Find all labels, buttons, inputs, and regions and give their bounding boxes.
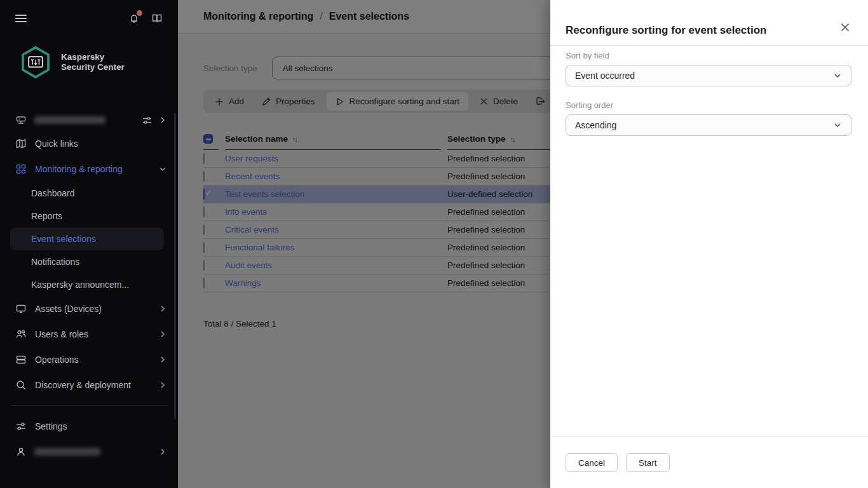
sidebar-item-label: Monitoring & reporting (35, 164, 123, 174)
monitoring-submenu: Dashboard Reports Event selections Notif… (0, 182, 178, 296)
drawer-divider (550, 45, 868, 46)
chevron-right-icon (159, 381, 166, 389)
chevron-right-icon (159, 356, 166, 363)
server-settings-sliders-icon[interactable] (142, 115, 153, 126)
chevron-right-icon[interactable] (159, 116, 166, 124)
sidebar-item-users-roles[interactable]: Users & roles (0, 322, 178, 347)
sorting-order-label: Sorting order (566, 100, 851, 110)
sidebar-item-label: Discovery & deployment (35, 380, 131, 390)
server-name-redacted (34, 116, 105, 124)
sidebar-subitem-kaspersky-announcements[interactable]: Kaspersky announcem... (10, 273, 164, 296)
notifications-bell-icon[interactable] (128, 13, 140, 24)
server-selector[interactable] (0, 109, 178, 131)
drawer-title: Reconfigure sorting for event selection (566, 24, 851, 37)
sort-by-field-label: Sort by field (566, 51, 851, 60)
hamburger-menu-icon[interactable] (15, 13, 27, 24)
sort-by-field-select[interactable]: Event occurred (566, 65, 851, 86)
sidebar-subitem-dashboard[interactable]: Dashboard (10, 182, 164, 205)
chevron-down-icon (833, 71, 842, 80)
sidebar-subitem-reports[interactable]: Reports (10, 205, 164, 227)
settings-sliders-icon (15, 421, 27, 432)
start-button[interactable]: Start (626, 453, 670, 472)
sidebar-item-user-account[interactable] (0, 439, 178, 464)
sidebar-item-label: Quick links (35, 139, 78, 149)
users-icon (15, 329, 27, 340)
chevron-right-icon (159, 305, 166, 313)
monitor-icon (15, 303, 27, 315)
sidebar-item-operations[interactable]: Operations (0, 347, 178, 372)
stack-icon (15, 354, 27, 365)
chevron-down-icon (159, 165, 166, 173)
app-title: Kaspersky Security Center (61, 52, 125, 72)
sidebar-subitem-notifications[interactable]: Notifications (10, 250, 164, 273)
sidebar-item-quick-links[interactable]: Quick links (0, 131, 178, 156)
cancel-button[interactable]: Cancel (566, 453, 618, 472)
sorting-order-select[interactable]: Ascending (566, 114, 851, 136)
kaspersky-hexagon-icon (19, 46, 52, 79)
sidebar-item-label: Settings (35, 421, 67, 431)
app-logo: Kaspersky Security Center (0, 24, 178, 79)
username-redacted (34, 448, 100, 456)
modal-dim-overlay[interactable] (178, 0, 550, 488)
sort-by-field-value: Event occurred (575, 71, 635, 81)
chevron-right-icon (159, 448, 166, 456)
sidebar-item-discovery-deployment[interactable]: Discovery & deployment (0, 372, 178, 398)
chevron-down-icon (833, 121, 842, 130)
help-book-icon[interactable] (151, 13, 163, 24)
sidebar-scrollbar[interactable] (174, 112, 176, 419)
person-icon (15, 446, 27, 458)
server-icon (15, 114, 27, 126)
sidebar-item-assets[interactable]: Assets (Devices) (0, 296, 178, 322)
notification-badge (137, 10, 142, 16)
sidebar: Kaspersky Security Center (0, 0, 178, 488)
sidebar-nav: Quick links Monitoring & reporting Dashb… (0, 131, 178, 464)
sidebar-item-label: Users & roles (35, 329, 88, 339)
sorting-order-value: Ascending (575, 120, 616, 130)
sidebar-subitem-event-selections[interactable]: Event selections (10, 227, 164, 250)
sidebar-divider (10, 405, 168, 406)
sidebar-item-monitoring-reporting[interactable]: Monitoring & reporting (0, 156, 178, 182)
search-icon (15, 379, 27, 391)
reconfigure-sorting-drawer: Reconfigure sorting for event selection … (550, 0, 868, 488)
sidebar-item-settings[interactable]: Settings (0, 414, 178, 439)
dashboard-grid-icon (15, 163, 27, 175)
sidebar-item-label: Assets (Devices) (35, 304, 102, 314)
close-icon[interactable] (839, 21, 851, 34)
sidebar-item-label: Operations (35, 355, 78, 365)
chevron-right-icon (159, 330, 166, 338)
map-icon (15, 138, 27, 149)
drawer-footer: Cancel Start (550, 437, 868, 488)
